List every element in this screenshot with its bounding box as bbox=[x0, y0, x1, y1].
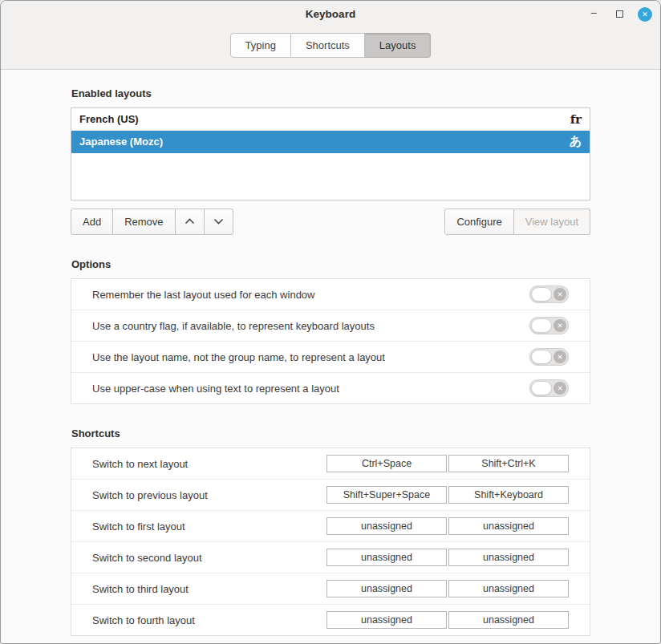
keyboard-settings-window: Keyboard − ✕ Typing Shortcuts Layouts En… bbox=[0, 0, 661, 644]
configure-button[interactable]: Configure bbox=[444, 209, 513, 235]
toggle-off-icon: ✕ bbox=[554, 319, 566, 332]
window-header: Keyboard − ✕ Typing Shortcuts Layouts bbox=[1, 1, 660, 70]
remove-layout-button[interactable]: Remove bbox=[113, 209, 175, 235]
shortcut-row: Switch to first layout unassigned unassi… bbox=[71, 510, 590, 541]
layout-row-french[interactable]: French (US) fr bbox=[71, 108, 590, 131]
shortcut-label: Switch to second layout bbox=[92, 552, 325, 564]
enabled-layouts-heading: Enabled layouts bbox=[71, 87, 590, 99]
toggle-knob bbox=[531, 287, 552, 302]
window-title: Keyboard bbox=[306, 8, 355, 20]
layout-name: Japanese (Mozc) bbox=[79, 136, 570, 148]
toggle-remember-layout[interactable]: ✕ bbox=[529, 286, 569, 303]
enabled-layouts-list[interactable]: French (US) fr Japanese (Mozc) あ bbox=[71, 107, 590, 200]
layout-action-buttons: Configure View layout bbox=[444, 209, 590, 235]
keybinding-button[interactable]: unassigned bbox=[448, 517, 569, 535]
toggle-layout-name[interactable]: ✕ bbox=[529, 348, 569, 366]
keybinding-button[interactable]: unassigned bbox=[326, 611, 447, 629]
keybinding-button[interactable]: unassigned bbox=[326, 517, 447, 535]
keybinding-button[interactable]: Shift+Ctrl+K bbox=[448, 455, 569, 472]
layouts-panel: Enabled layouts French (US) fr Japanese … bbox=[1, 87, 660, 636]
maximize-icon bbox=[616, 10, 623, 18]
shortcut-row: Switch to second layout unassigned unass… bbox=[71, 541, 590, 573]
tab-layouts[interactable]: Layouts bbox=[365, 33, 432, 58]
options-group: Remember the last layout used for each w… bbox=[71, 278, 590, 404]
keybinding-button[interactable]: unassigned bbox=[326, 580, 447, 597]
shortcut-label: Switch to third layout bbox=[92, 583, 325, 595]
shortcut-row: Switch to previous layout Shift+Super+Sp… bbox=[71, 479, 590, 510]
layout-row-japanese[interactable]: Japanese (Mozc) あ bbox=[71, 131, 590, 153]
keybinding-button[interactable]: unassigned bbox=[448, 611, 569, 629]
toggle-off-icon: ✕ bbox=[554, 382, 566, 395]
keybinding-button[interactable]: unassigned bbox=[448, 549, 569, 566]
maximize-button[interactable] bbox=[612, 7, 627, 22]
shortcut-label: Switch to next layout bbox=[92, 458, 325, 470]
add-layout-button[interactable]: Add bbox=[71, 209, 113, 235]
toggle-knob bbox=[531, 318, 552, 333]
option-row: Use a country flag, if available, to rep… bbox=[71, 310, 590, 341]
layout-name: French (US) bbox=[79, 113, 570, 125]
keybinding-button[interactable]: Ctrl+Space bbox=[326, 455, 447, 472]
close-button[interactable]: ✕ bbox=[638, 7, 652, 22]
view-layout-button[interactable]: View layout bbox=[514, 209, 590, 235]
layout-glyph: あ bbox=[570, 134, 582, 149]
chevron-down-icon bbox=[213, 218, 224, 225]
option-label: Use a country flag, if available, to rep… bbox=[92, 320, 529, 332]
option-row: Use the layout name, not the group name,… bbox=[71, 341, 590, 372]
keybinding-button[interactable]: Shift+Super+Space bbox=[326, 486, 447, 504]
keybinding-button[interactable]: unassigned bbox=[326, 549, 447, 566]
titlebar[interactable]: Keyboard − ✕ bbox=[1, 1, 660, 27]
list-edit-buttons: Add Remove bbox=[71, 209, 233, 235]
shortcut-label: Switch to previous layout bbox=[92, 489, 325, 501]
toggle-off-icon: ✕ bbox=[554, 350, 566, 363]
option-label: Use upper-case when using text to repres… bbox=[92, 383, 529, 395]
move-down-button[interactable] bbox=[205, 209, 233, 235]
layout-glyph: fr bbox=[570, 112, 582, 127]
shortcut-row: Switch to next layout Ctrl+Space Shift+C… bbox=[71, 448, 590, 479]
shortcuts-group: Switch to next layout Ctrl+Space Shift+C… bbox=[71, 448, 590, 636]
shortcut-label: Switch to first layout bbox=[92, 520, 325, 533]
keybinding-button[interactable]: unassigned bbox=[448, 580, 569, 597]
option-row: Remember the last layout used for each w… bbox=[71, 279, 590, 310]
minimize-button[interactable]: − bbox=[586, 6, 601, 23]
option-label: Use the layout name, not the group name,… bbox=[92, 351, 529, 363]
chevron-up-icon bbox=[185, 218, 195, 225]
options-heading: Options bbox=[71, 258, 590, 270]
option-row: Use upper-case when using text to repres… bbox=[71, 372, 590, 403]
move-up-button[interactable] bbox=[176, 209, 205, 235]
toggle-knob bbox=[531, 350, 552, 364]
shortcut-label: Switch to fourth layout bbox=[92, 614, 325, 626]
tab-switcher: Typing Shortcuts Layouts bbox=[1, 27, 660, 69]
option-label: Remember the last layout used for each w… bbox=[92, 289, 529, 301]
toggle-country-flag[interactable]: ✕ bbox=[529, 317, 569, 334]
window-controls: − ✕ bbox=[586, 1, 652, 27]
shortcut-row: Switch to fourth layout unassigned unass… bbox=[71, 604, 590, 635]
shortcut-row: Switch to third layout unassigned unassi… bbox=[71, 573, 590, 604]
toggle-upper-case[interactable]: ✕ bbox=[529, 379, 569, 397]
keybinding-button[interactable]: Shift+Keyboard bbox=[448, 486, 569, 504]
toggle-knob bbox=[531, 381, 552, 395]
toggle-off-icon: ✕ bbox=[554, 288, 566, 301]
tab-typing[interactable]: Typing bbox=[230, 33, 291, 58]
layout-list-toolbar: Add Remove Configure View layout bbox=[71, 208, 590, 235]
shortcuts-heading: Shortcuts bbox=[71, 427, 590, 439]
tab-shortcuts[interactable]: Shortcuts bbox=[291, 33, 365, 58]
